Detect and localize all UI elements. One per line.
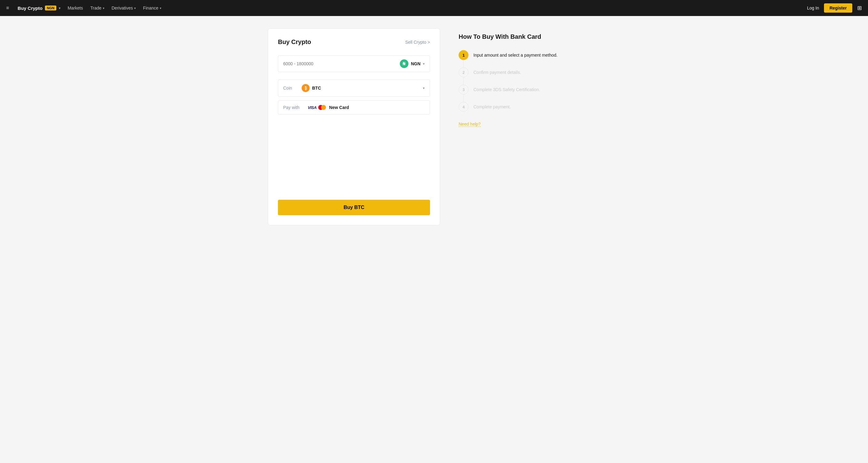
new-card-text: New Card [329,105,425,110]
currency-chevron-icon: ▾ [423,62,425,66]
card-icons: VISA [308,105,326,110]
step-2-circle: 2 [459,67,468,77]
buy-card: Buy Crypto Sell Crypto > ₦ NGN ▾ Coin ₿ [268,28,440,225]
nav-markets[interactable]: Markets [68,5,83,10]
wallet-icon-button[interactable]: ⊞ [857,5,862,11]
step-1-text: Input amount and select a payment method… [473,50,557,58]
visa-logo-icon: VISA [308,105,316,110]
step-4-text: Complete payment. [473,102,510,109]
navbar: ≡ Buy Crypto NGN ▾ Markets Trade ▾ Deriv… [0,0,868,16]
step-3-text: Complete 3DS Safety Certification. [473,85,540,92]
pay-with-selector[interactable]: Pay with VISA New Card [278,100,430,115]
pay-label: Pay with [283,105,308,110]
trade-chevron: ▾ [103,6,104,10]
buy-btc-button[interactable]: Buy BTC [278,200,430,215]
brand-text: Buy Crypto [18,5,42,11]
step-list: 1 Input amount and select a payment meth… [459,50,600,119]
register-button[interactable]: Register [824,3,852,12]
ngn-circle-icon: ₦ [400,59,408,68]
login-button[interactable]: Log In [807,5,819,10]
coin-label: Coin [283,86,302,91]
coin-name: BTC [312,86,423,91]
ngn-badge: NGN [45,5,56,10]
step-4-circle: 4 [459,102,468,112]
step-2: 2 Confirm payment details. [459,67,600,85]
menu-icon[interactable]: ≡ [6,5,9,11]
amount-input[interactable] [283,61,400,66]
currency-selector[interactable]: ₦ NGN ▾ [400,59,425,68]
coin-chevron-icon: ▾ [423,86,425,90]
derivatives-chevron: ▾ [134,6,136,10]
navbar-brand[interactable]: Buy Crypto NGN ▾ [18,5,60,11]
brand-chevron: ▾ [59,6,60,10]
card-header: Buy Crypto Sell Crypto > [278,38,430,45]
mastercard-logo-icon [318,105,326,110]
page-content: Buy Crypto Sell Crypto > ₦ NGN ▾ Coin ₿ [249,16,619,238]
step-4: 4 Complete payment. [459,102,600,119]
navbar-right: Log In Register ⊞ [807,3,862,12]
nav-finance[interactable]: Finance ▾ [143,5,161,10]
amount-section: ₦ NGN ▾ [278,55,430,72]
nav-derivatives[interactable]: Derivatives ▾ [112,5,136,10]
step-2-text: Confirm payment details. [473,67,521,75]
coin-selector[interactable]: Coin ₿ BTC ▾ [278,80,430,97]
card-title: Buy Crypto [278,38,311,45]
amount-input-wrapper: ₦ NGN ▾ [278,55,430,72]
btc-icon: ₿ [302,84,310,92]
step-3-circle: 3 [459,85,468,94]
step-3: 3 Complete 3DS Safety Certification. [459,85,600,102]
step-1-circle: 1 [459,50,468,60]
wallet-icon: ⊞ [857,5,862,11]
howto-title: How To Buy With Bank Card [459,33,600,40]
howto-section: How To Buy With Bank Card 1 Input amount… [459,28,600,225]
step-1: 1 Input amount and select a payment meth… [459,50,600,67]
buy-btn-wrapper: Buy BTC [278,190,430,215]
currency-label: NGN [411,61,421,66]
nav-trade[interactable]: Trade ▾ [90,5,104,10]
finance-chevron: ▾ [160,6,161,10]
sell-link[interactable]: Sell Crypto > [405,40,430,44]
need-help-link[interactable]: Need help? [459,122,481,127]
